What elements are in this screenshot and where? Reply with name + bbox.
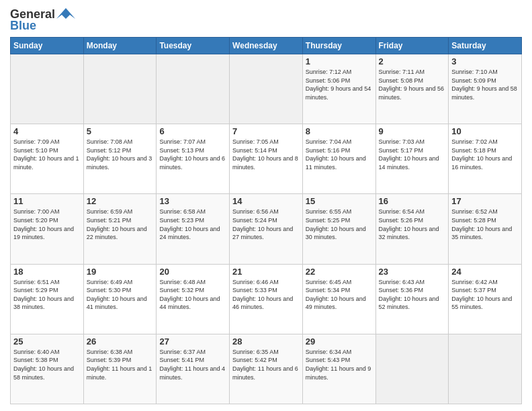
day-info: Sunrise: 7:11 AM Sunset: 5:08 PM Dayligh… [379, 68, 446, 101]
day-info: Sunrise: 7:12 AM Sunset: 5:06 PM Dayligh… [306, 68, 373, 101]
day-info: Sunrise: 6:46 AM Sunset: 5:33 PM Dayligh… [232, 278, 300, 312]
day-number: 23 [379, 267, 446, 277]
day-number: 20 [159, 267, 226, 277]
table-row: 7Sunrise: 7:05 AM Sunset: 5:14 PM Daylig… [230, 124, 303, 194]
header: General Blue [10, 7, 522, 33]
header-wednesday: Wednesday [230, 38, 303, 54]
day-info: Sunrise: 6:49 AM Sunset: 5:30 PM Dayligh… [87, 278, 154, 312]
day-info: Sunrise: 6:45 AM Sunset: 5:34 PM Dayligh… [306, 278, 373, 312]
calendar-week-row: 1Sunrise: 7:12 AM Sunset: 5:06 PM Daylig… [11, 54, 522, 124]
table-row: 10Sunrise: 7:02 AM Sunset: 5:18 PM Dayli… [449, 124, 522, 194]
table-row: 19Sunrise: 6:49 AM Sunset: 5:30 PM Dayli… [83, 264, 157, 334]
table-row [83, 54, 157, 124]
weekday-header-row: Sunday Monday Tuesday Wednesday Thursday… [11, 38, 522, 54]
table-row: 28Sunrise: 6:35 AM Sunset: 5:42 PM Dayli… [230, 334, 303, 404]
table-row: 23Sunrise: 6:43 AM Sunset: 5:36 PM Dayli… [375, 264, 449, 334]
day-info: Sunrise: 7:00 AM Sunset: 5:20 PM Dayligh… [13, 208, 81, 241]
table-row: 15Sunrise: 6:55 AM Sunset: 5:25 PM Dayli… [302, 194, 375, 264]
day-number: 21 [232, 267, 300, 277]
day-info: Sunrise: 7:09 AM Sunset: 5:10 PM Dayligh… [13, 138, 81, 171]
table-row: 3Sunrise: 7:10 AM Sunset: 5:09 PM Daylig… [449, 54, 522, 124]
day-number: 28 [232, 336, 300, 347]
day-number: 22 [306, 267, 373, 277]
day-info: Sunrise: 7:04 AM Sunset: 5:16 PM Dayligh… [306, 138, 373, 171]
table-row: 22Sunrise: 6:45 AM Sunset: 5:34 PM Dayli… [302, 264, 375, 334]
table-row: 16Sunrise: 6:54 AM Sunset: 5:26 PM Dayli… [375, 194, 449, 264]
table-row: 2Sunrise: 7:11 AM Sunset: 5:08 PM Daylig… [375, 54, 449, 124]
day-info: Sunrise: 6:42 AM Sunset: 5:37 PM Dayligh… [451, 278, 519, 312]
day-info: Sunrise: 6:37 AM Sunset: 5:41 PM Dayligh… [159, 348, 226, 381]
table-row: 24Sunrise: 6:42 AM Sunset: 5:37 PM Dayli… [449, 264, 522, 334]
table-row: 25Sunrise: 6:40 AM Sunset: 5:38 PM Dayli… [11, 334, 84, 404]
day-number: 5 [87, 126, 154, 136]
day-number: 15 [306, 196, 373, 206]
day-number: 26 [87, 336, 154, 347]
day-info: Sunrise: 6:48 AM Sunset: 5:32 PM Dayligh… [159, 278, 226, 312]
day-number: 24 [451, 267, 519, 277]
day-info: Sunrise: 6:51 AM Sunset: 5:29 PM Dayligh… [13, 278, 81, 312]
day-number: 2 [379, 56, 446, 66]
table-row [375, 334, 449, 404]
day-number: 3 [451, 56, 519, 66]
day-info: Sunrise: 6:55 AM Sunset: 5:25 PM Dayligh… [306, 208, 373, 241]
table-row [11, 54, 84, 124]
logo-bird-icon [56, 7, 75, 21]
table-row [449, 334, 522, 404]
table-row: 21Sunrise: 6:46 AM Sunset: 5:33 PM Dayli… [230, 264, 303, 334]
day-info: Sunrise: 7:08 AM Sunset: 5:12 PM Dayligh… [87, 138, 154, 171]
day-info: Sunrise: 6:59 AM Sunset: 5:21 PM Dayligh… [87, 208, 154, 241]
day-info: Sunrise: 6:56 AM Sunset: 5:24 PM Dayligh… [232, 208, 300, 241]
day-number: 11 [13, 196, 81, 206]
calendar-week-row: 25Sunrise: 6:40 AM Sunset: 5:38 PM Dayli… [11, 334, 522, 404]
table-row: 18Sunrise: 6:51 AM Sunset: 5:29 PM Dayli… [11, 264, 84, 334]
table-row: 6Sunrise: 7:07 AM Sunset: 5:13 PM Daylig… [157, 124, 230, 194]
day-info: Sunrise: 6:38 AM Sunset: 5:39 PM Dayligh… [87, 348, 154, 381]
day-info: Sunrise: 6:43 AM Sunset: 5:36 PM Dayligh… [379, 278, 446, 312]
day-info: Sunrise: 6:40 AM Sunset: 5:38 PM Dayligh… [13, 348, 81, 381]
day-info: Sunrise: 7:05 AM Sunset: 5:14 PM Dayligh… [232, 138, 300, 171]
header-friday: Friday [375, 38, 449, 54]
table-row: 4Sunrise: 7:09 AM Sunset: 5:10 PM Daylig… [11, 124, 84, 194]
day-number: 8 [306, 126, 373, 136]
table-row: 26Sunrise: 6:38 AM Sunset: 5:39 PM Dayli… [83, 334, 157, 404]
table-row: 11Sunrise: 7:00 AM Sunset: 5:20 PM Dayli… [11, 194, 84, 264]
calendar-table: Sunday Monday Tuesday Wednesday Thursday… [10, 37, 522, 404]
logo-blue: Blue [10, 19, 36, 33]
day-number: 9 [379, 126, 446, 136]
day-number: 16 [379, 196, 446, 206]
day-info: Sunrise: 6:35 AM Sunset: 5:42 PM Dayligh… [232, 348, 300, 381]
day-number: 12 [87, 196, 154, 206]
header-saturday: Saturday [449, 38, 522, 54]
day-number: 13 [159, 196, 226, 206]
day-number: 1 [306, 56, 373, 66]
day-number: 29 [306, 336, 373, 347]
day-info: Sunrise: 6:34 AM Sunset: 5:43 PM Dayligh… [306, 348, 373, 381]
calendar-week-row: 4Sunrise: 7:09 AM Sunset: 5:10 PM Daylig… [11, 124, 522, 194]
day-info: Sunrise: 7:03 AM Sunset: 5:17 PM Dayligh… [379, 138, 446, 171]
table-row: 29Sunrise: 6:34 AM Sunset: 5:43 PM Dayli… [302, 334, 375, 404]
day-number: 27 [159, 336, 226, 347]
day-number: 10 [451, 126, 519, 136]
day-number: 25 [13, 336, 81, 347]
calendar-week-row: 11Sunrise: 7:00 AM Sunset: 5:20 PM Dayli… [11, 194, 522, 264]
day-info: Sunrise: 6:58 AM Sunset: 5:23 PM Dayligh… [159, 208, 226, 241]
table-row [157, 54, 230, 124]
day-info: Sunrise: 7:07 AM Sunset: 5:13 PM Dayligh… [159, 138, 226, 171]
header-sunday: Sunday [11, 38, 84, 54]
day-number: 7 [232, 126, 300, 136]
table-row: 12Sunrise: 6:59 AM Sunset: 5:21 PM Dayli… [83, 194, 157, 264]
table-row: 1Sunrise: 7:12 AM Sunset: 5:06 PM Daylig… [302, 54, 375, 124]
table-row: 14Sunrise: 6:56 AM Sunset: 5:24 PM Dayli… [230, 194, 303, 264]
table-row: 5Sunrise: 7:08 AM Sunset: 5:12 PM Daylig… [83, 124, 157, 194]
day-info: Sunrise: 7:02 AM Sunset: 5:18 PM Dayligh… [451, 138, 519, 171]
calendar-body: 1Sunrise: 7:12 AM Sunset: 5:06 PM Daylig… [11, 54, 522, 404]
table-row: 8Sunrise: 7:04 AM Sunset: 5:16 PM Daylig… [302, 124, 375, 194]
day-number: 14 [232, 196, 300, 206]
table-row: 9Sunrise: 7:03 AM Sunset: 5:17 PM Daylig… [375, 124, 449, 194]
day-info: Sunrise: 6:54 AM Sunset: 5:26 PM Dayligh… [379, 208, 446, 241]
table-row: 13Sunrise: 6:58 AM Sunset: 5:23 PM Dayli… [157, 194, 230, 264]
day-number: 18 [13, 267, 81, 277]
table-row: 20Sunrise: 6:48 AM Sunset: 5:32 PM Dayli… [157, 264, 230, 334]
table-row: 27Sunrise: 6:37 AM Sunset: 5:41 PM Dayli… [157, 334, 230, 404]
table-row [230, 54, 303, 124]
